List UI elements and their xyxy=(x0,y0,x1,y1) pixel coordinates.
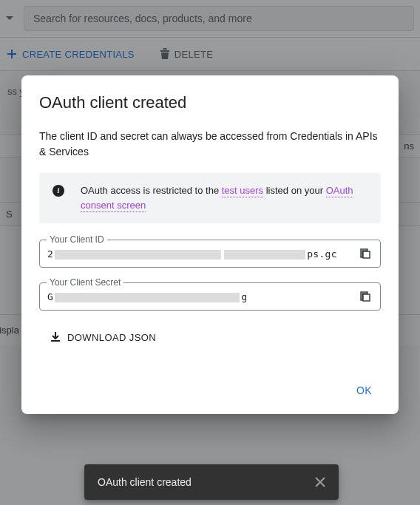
info-text: OAuth access is restricted to the test u… xyxy=(81,183,368,213)
copy-client-id-button[interactable] xyxy=(356,245,374,262)
info-box: i OAuth access is restricted to the test… xyxy=(39,173,381,223)
download-json-label: DOWNLOAD JSON xyxy=(67,332,156,343)
dialog-title: OAuth client created xyxy=(39,93,381,112)
client-secret-suffix: g xyxy=(241,291,247,302)
client-id-value[interactable]: 2ps.gc xyxy=(47,248,356,260)
close-icon xyxy=(315,477,325,487)
client-secret-label: Your Client Secret xyxy=(47,277,123,288)
client-id-field: Your Client ID 2ps.gc xyxy=(39,240,381,268)
client-id-redacted-2 xyxy=(224,250,305,260)
copy-icon xyxy=(359,248,371,260)
info-mid: listed on your xyxy=(263,185,326,196)
download-json-button[interactable]: DOWNLOAD JSON xyxy=(44,325,381,349)
dialog-actions: OK xyxy=(39,379,381,402)
copy-client-secret-button[interactable] xyxy=(356,288,374,305)
client-id-suffix: ps.gc xyxy=(307,248,337,260)
toast-message: OAuth client created xyxy=(98,476,192,488)
client-secret-field: Your Client Secret Gg xyxy=(39,282,381,311)
info-icon: i xyxy=(52,185,64,197)
toast: OAuth client created xyxy=(84,464,339,500)
client-id-label: Your Client ID xyxy=(47,234,107,245)
dialog-lead-text: The client ID and secret can always be a… xyxy=(39,129,381,160)
client-secret-prefix: G xyxy=(47,291,53,302)
oauth-client-created-dialog: OAuth client created The client ID and s… xyxy=(21,75,399,414)
copy-icon xyxy=(359,291,371,302)
test-users-link[interactable]: test users xyxy=(222,185,263,197)
toast-close-button[interactable] xyxy=(315,477,325,487)
client-id-redacted-1 xyxy=(55,250,221,260)
client-id-prefix: 2 xyxy=(47,248,53,260)
ok-button[interactable]: OK xyxy=(348,379,381,402)
download-icon xyxy=(50,331,61,343)
client-secret-redacted xyxy=(55,293,240,302)
client-secret-value[interactable]: Gg xyxy=(47,291,356,302)
info-prefix: OAuth access is restricted to the xyxy=(81,185,222,196)
